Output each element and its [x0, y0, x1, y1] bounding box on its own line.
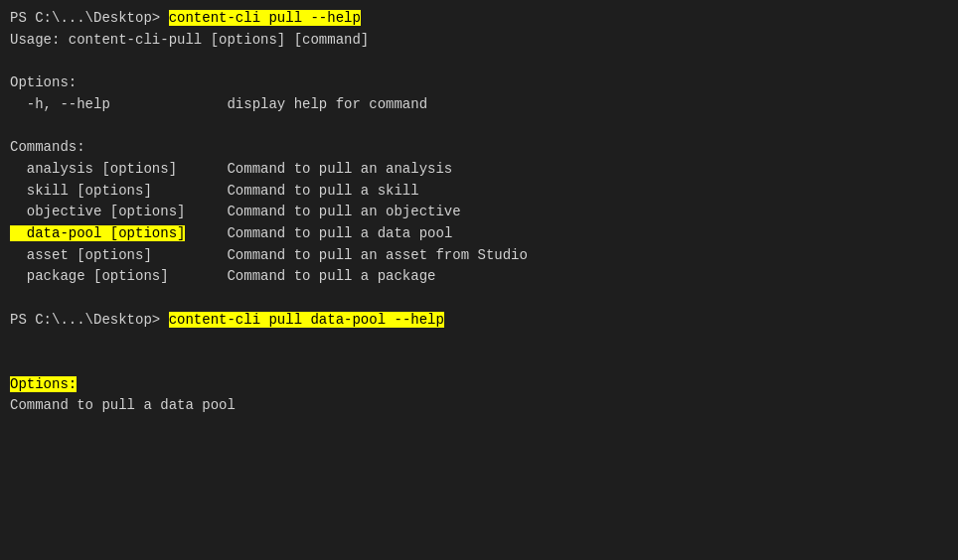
- command-highlight-1: content-cli pull --help: [169, 10, 361, 26]
- terminal-line-8: objective [options] Command to pull an o…: [10, 202, 948, 223]
- blank-line-5: [10, 352, 948, 374]
- terminal-line-7: skill [options] Command to pull a skill: [10, 181, 948, 203]
- terminal-line-1: PS C:\...\Desktop> content-cli pull --he…: [10, 8, 948, 30]
- terminal-line-16: Options:: [10, 374, 948, 396]
- terminal-line-11: asset [options] Command to pull an asset…: [10, 245, 948, 267]
- terminal-line-18: Command to pull a data pool: [10, 395, 948, 417]
- command-highlight-2: content-cli pull data-pool --help: [169, 312, 444, 328]
- terminal-line-12: package [options] Command to pull a pack…: [10, 266, 948, 288]
- terminal-line-4: -h, --help display help for command: [10, 94, 948, 116]
- terminal-line-13: PS C:\...\Desktop> content-cli pull data…: [10, 310, 948, 332]
- blank-line-4: [10, 331, 948, 352]
- blank-line-3: [10, 288, 948, 310]
- blank-line-1: [10, 51, 948, 72]
- datapool-highlight: data-pool [options]: [10, 225, 185, 241]
- options-highlight: Options:: [10, 376, 77, 392]
- prompt-2: PS C:\...\Desktop>: [10, 312, 169, 328]
- blank-line-2: [10, 115, 948, 137]
- terminal-window: PS C:\...\Desktop> content-cli pull --he…: [0, 0, 958, 560]
- terminal-line-3: Options:: [10, 72, 948, 94]
- terminal-line-6: analysis [options] Command to pull an an…: [10, 159, 948, 181]
- terminal-line-9: data-pool [options] Command to pull a da…: [10, 223, 948, 245]
- terminal-line-5: Commands:: [10, 137, 948, 159]
- terminal-line-2: Usage: content-cli-pull [options] [comma…: [10, 30, 948, 52]
- prompt-1: PS C:\...\Desktop>: [10, 10, 169, 26]
